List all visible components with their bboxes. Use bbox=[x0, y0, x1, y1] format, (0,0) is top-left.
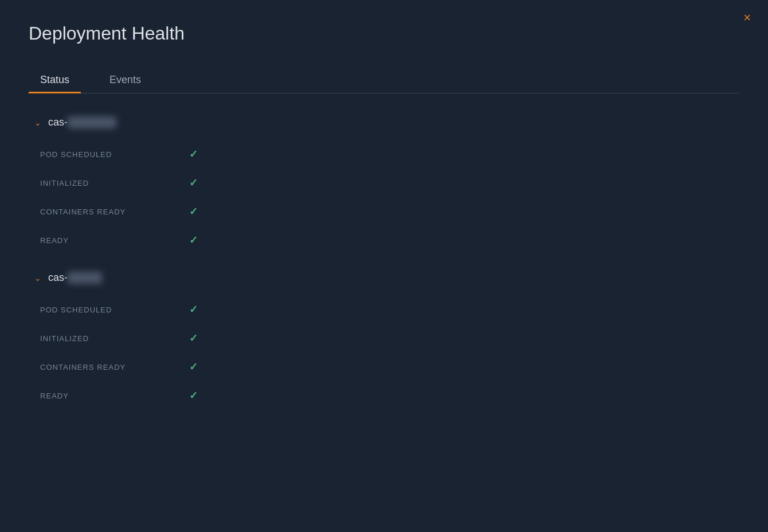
pod-name-blur-2 bbox=[68, 272, 102, 284]
condition-label: CONTAINERS READY bbox=[40, 363, 155, 371]
pod-header-2[interactable]: ⌄ cas- bbox=[34, 272, 734, 284]
condition-pod-scheduled-2: POD SCHEDULED ✓ bbox=[40, 295, 734, 324]
check-icon: ✓ bbox=[189, 234, 198, 247]
condition-label: READY bbox=[40, 392, 155, 400]
pod-header-1[interactable]: ⌄ cas- bbox=[34, 116, 734, 128]
tab-status[interactable]: Status bbox=[29, 67, 81, 93]
conditions-list-1: POD SCHEDULED ✓ INITIALIZED ✓ CONTAINERS… bbox=[34, 140, 734, 255]
check-icon: ✓ bbox=[189, 361, 198, 373]
condition-ready-1: READY ✓ bbox=[40, 226, 734, 255]
condition-label: READY bbox=[40, 236, 155, 245]
check-icon: ✓ bbox=[189, 332, 198, 345]
condition-containers-ready-1: CONTAINERS READY ✓ bbox=[40, 197, 734, 226]
pod-section-2: ⌄ cas- POD SCHEDULED ✓ INITIALIZED ✓ CON… bbox=[34, 272, 734, 410]
condition-label: INITIALIZED bbox=[40, 179, 155, 187]
chevron-down-icon: ⌄ bbox=[34, 273, 41, 283]
page-title: Deployment Health bbox=[29, 23, 739, 44]
pod-name-blur-1 bbox=[68, 116, 116, 128]
check-icon: ✓ bbox=[189, 205, 198, 218]
check-icon: ✓ bbox=[189, 389, 198, 402]
condition-initialized-1: INITIALIZED ✓ bbox=[40, 169, 734, 197]
tabs-bar: Status Events bbox=[29, 67, 739, 93]
condition-label: POD SCHEDULED bbox=[40, 150, 155, 159]
chevron-down-icon: ⌄ bbox=[34, 118, 41, 127]
pod-section-1: ⌄ cas- POD SCHEDULED ✓ INITIALIZED ✓ CON… bbox=[34, 116, 734, 255]
check-icon: ✓ bbox=[189, 303, 198, 316]
modal-container: × Deployment Health Status Events ⌄ cas-… bbox=[0, 0, 768, 532]
close-button[interactable]: × bbox=[743, 11, 751, 24]
condition-label: POD SCHEDULED bbox=[40, 306, 155, 314]
conditions-list-2: POD SCHEDULED ✓ INITIALIZED ✓ CONTAINERS… bbox=[34, 295, 734, 410]
condition-containers-ready-2: CONTAINERS READY ✓ bbox=[40, 353, 734, 381]
check-icon: ✓ bbox=[189, 177, 198, 189]
condition-initialized-2: INITIALIZED ✓ bbox=[40, 324, 734, 353]
tab-events[interactable]: Events bbox=[98, 67, 152, 93]
pod-name-2: cas- bbox=[48, 272, 102, 284]
pod-name-1: cas- bbox=[48, 116, 116, 128]
condition-label: INITIALIZED bbox=[40, 334, 155, 343]
condition-label: CONTAINERS READY bbox=[40, 208, 155, 216]
condition-pod-scheduled-1: POD SCHEDULED ✓ bbox=[40, 140, 734, 169]
tab-content-status: ⌄ cas- POD SCHEDULED ✓ INITIALIZED ✓ CON… bbox=[29, 116, 739, 410]
check-icon: ✓ bbox=[189, 148, 198, 161]
condition-ready-2: READY ✓ bbox=[40, 381, 734, 410]
